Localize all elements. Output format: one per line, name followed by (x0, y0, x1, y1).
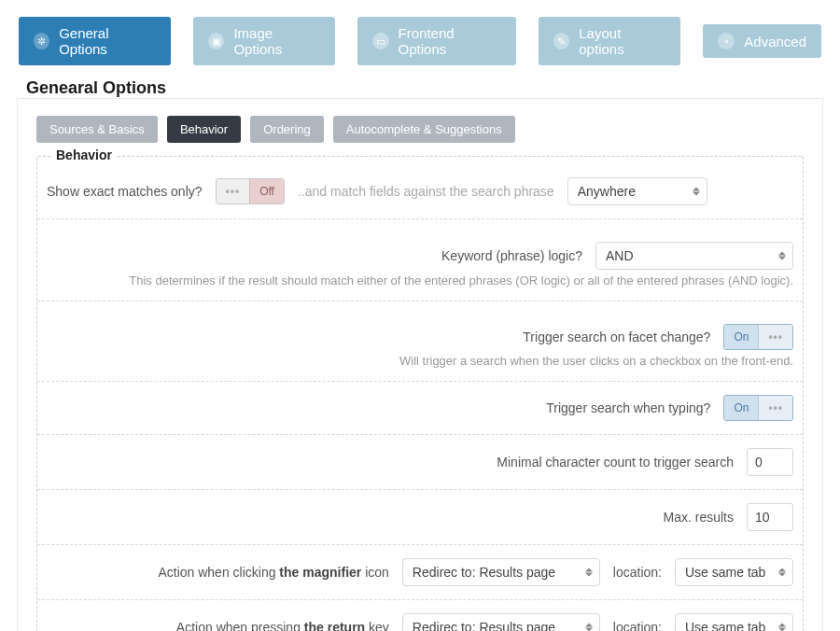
facet-trigger-label: Trigger search on facet change? (523, 330, 710, 344)
magnifier-location-label: location: (613, 565, 662, 580)
tab-frontend-options[interactable]: ▭ Frontend Options (357, 17, 516, 65)
magnifier-action-label: Action when clicking the magnifier icon (158, 565, 388, 580)
toggle-state: On (724, 325, 759, 349)
return-location-select[interactable]: Use same tab (675, 613, 793, 631)
max-results-input[interactable] (747, 503, 793, 531)
exact-matches-note: ..and match fields against the search ph… (298, 184, 554, 199)
facet-trigger-helper: Will trigger a search when the user clic… (37, 354, 803, 382)
image-icon: ▣ (208, 33, 224, 49)
gear-icon: ✲ (34, 33, 49, 49)
typing-trigger-label: Trigger search when typing? (546, 400, 710, 415)
tab-label: Layout options (579, 25, 665, 57)
row-max-results: Max. results (37, 490, 803, 545)
tab-advanced[interactable]: ∘ Advanced (703, 24, 821, 58)
subtab-ordering[interactable]: Ordering (250, 116, 324, 143)
max-results-label: Max. results (664, 510, 734, 525)
row-exact-matches: Show exact matches only? ••• Off ..and m… (37, 172, 803, 219)
tab-label: Advanced (744, 34, 806, 49)
nodes-icon: ∘ (718, 33, 735, 49)
magnifier-action-select[interactable]: Redirec to: Results page (402, 558, 600, 586)
section-title: Genearal Options (0, 75, 840, 98)
row-min-chars: Minimal character count to trigger searc… (37, 435, 803, 490)
tab-label: General Options (59, 25, 156, 57)
fieldset-legend: Behavior (50, 147, 118, 162)
match-position-select[interactable]: Anywhere (567, 177, 707, 205)
row-keyword-logic: Keyword (phrase) logic? AND (37, 219, 803, 273)
tab-general-options[interactable]: ✲ General Options (19, 17, 171, 65)
keyword-logic-label: Keyword (phrase) logic? (441, 248, 582, 263)
exact-matches-label: Show exact matches only? (47, 184, 203, 199)
tab-image-options[interactable]: ▣ Image Options (193, 17, 335, 65)
typing-trigger-toggle[interactable]: On ••• (723, 395, 793, 421)
facet-trigger-toggle[interactable]: On ••• (723, 324, 793, 350)
magnifier-location-select[interactable]: Use same tab (675, 558, 793, 586)
min-chars-label: Minimal character count to trigger searc… (497, 455, 734, 470)
keyword-logic-select[interactable]: AND (595, 242, 793, 270)
return-location-label: location: (613, 620, 662, 631)
toggle-handle-icon: ••• (217, 179, 250, 203)
subtab-autocomplete[interactable]: Autocomplete & Suggestions (333, 116, 515, 143)
toggle-state: On (724, 396, 759, 420)
tab-layout-options[interactable]: ✎ Layout options (539, 17, 680, 65)
tab-label: Frontend Options (399, 25, 502, 57)
subtab-behavior[interactable]: Behavior (167, 116, 241, 143)
return-action-label: Action when pressing the return key (176, 620, 389, 631)
behavior-fieldset: Behavior Show exact matches only? ••• Of… (36, 156, 804, 631)
toggle-handle-icon: ••• (759, 325, 792, 349)
subtab-sources[interactable]: Sources & Basics (36, 116, 158, 143)
window-icon: ▭ (372, 33, 388, 49)
min-chars-input[interactable] (747, 448, 793, 476)
row-facet-trigger: Trigger search on facet change? On ••• (37, 301, 803, 354)
row-magnifier-action: Action when clicking the magnifier icon … (37, 545, 803, 600)
keyword-logic-helper: This determines if the result should mat… (37, 273, 803, 301)
row-return-action: Action when pressing the return key Redi… (37, 600, 803, 631)
main-tabs: ✲ General Options ▣ Image Options ▭ Fron… (0, 0, 840, 75)
row-typing-trigger: Trigger search when typing? On ••• (37, 382, 803, 435)
content-panel: Sources & Basics Behavior Ordering Autoc… (17, 98, 823, 631)
toggle-handle-icon: ••• (759, 396, 792, 420)
return-action-select[interactable]: Redirec to: Results page (402, 613, 600, 631)
tab-label: Image Options (233, 25, 320, 57)
subtabs: Sources & Basics Behavior Ordering Autoc… (36, 116, 804, 143)
exact-matches-toggle[interactable]: ••• Off (216, 178, 285, 204)
toggle-state: Off (249, 179, 284, 203)
pencil-icon: ✎ (553, 33, 569, 49)
